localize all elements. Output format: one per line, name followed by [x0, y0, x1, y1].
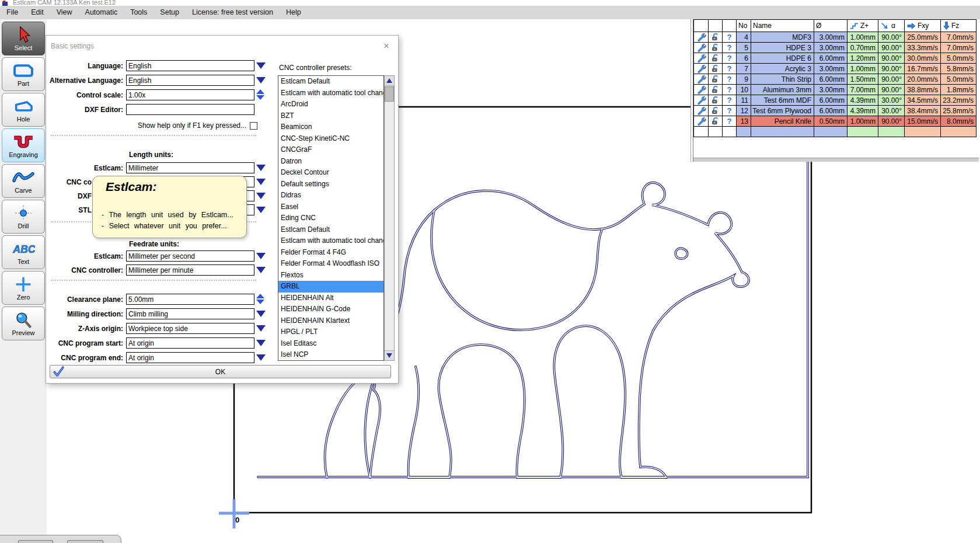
preset-item[interactable]: Default settings: [278, 179, 383, 190]
field-input[interactable]: Workpiece top side: [126, 323, 254, 334]
preset-item[interactable]: HPGL / PLT: [278, 326, 383, 338]
tool-help-cell[interactable]: [723, 53, 737, 64]
tool-feed-z[interactable]: 7.0mm/s: [941, 32, 976, 43]
bottom-panel-button[interactable]: [67, 540, 103, 543]
toolbar-button[interactable]: Preview: [2, 307, 45, 340]
tool-edit-cell[interactable]: [693, 32, 709, 43]
tool-lock-cell[interactable]: [709, 74, 723, 85]
tool-depth-per-pass[interactable]: 1.20mm: [848, 53, 878, 64]
tool-feed-xy[interactable]: 34.5mm/s: [905, 95, 941, 106]
tool-depth-per-pass[interactable]: 7.00mm: [848, 85, 878, 95]
tool-feed-xy[interactable]: 20.0mm/s: [905, 74, 941, 85]
preset-item[interactable]: HEIDENHAIN Klartext: [278, 315, 383, 327]
presets-scrollbar[interactable]: [384, 75, 395, 361]
dropdown-arrow-icon[interactable]: [256, 340, 266, 346]
dropdown-arrow-icon[interactable]: [256, 179, 266, 185]
preset-item[interactable]: Flextos: [278, 270, 383, 281]
tool-feed-xy[interactable]: 33.3mm/s: [905, 43, 941, 53]
field-input[interactable]: At origin: [126, 352, 254, 363]
tool-edit-cell[interactable]: [693, 64, 709, 74]
preset-item[interactable]: HEIDENHAIN G-Code: [278, 304, 383, 315]
toolbar-button[interactable]: Part: [2, 57, 45, 91]
toolbar-button[interactable]: Drill: [2, 200, 45, 234]
field-input[interactable]: Millimeter per second: [126, 250, 254, 262]
tool-feed-z[interactable]: 25.8mm/s: [941, 106, 976, 116]
preset-item[interactable]: ArcDroid: [278, 99, 383, 110]
tool-feed-xy[interactable]: 16.7mm/s: [905, 64, 941, 74]
field-input[interactable]: English: [126, 60, 254, 71]
tool-diameter[interactable]: 6.00mm: [814, 53, 848, 64]
tool-name[interactable]: Acrylic 3: [751, 64, 814, 74]
tool-plunge-angle[interactable]: 90.00°: [878, 43, 905, 53]
tool-diameter[interactable]: 6.00mm: [814, 106, 848, 116]
dropdown-arrow-icon[interactable]: [256, 89, 264, 100]
tool-lock-cell[interactable]: [709, 53, 723, 64]
tool-lock-cell[interactable]: [709, 95, 723, 106]
toolbar-button[interactable]: Hole: [2, 93, 45, 127]
preset-item[interactable]: Estlcam Default: [278, 224, 383, 236]
dropdown-arrow-icon[interactable]: [256, 207, 266, 213]
tool-help-cell[interactable]: [723, 106, 737, 116]
tool-feed-xy[interactable]: 25.0mm/s: [905, 32, 941, 43]
dropdown-arrow-icon[interactable]: [256, 77, 266, 83]
tool-lock-cell[interactable]: [709, 32, 723, 43]
menu-item[interactable]: Automatic: [79, 6, 124, 19]
tool-plunge-angle[interactable]: 90.00°: [878, 116, 905, 127]
preset-item[interactable]: Isel Editasc: [278, 338, 383, 350]
tool-lock-cell[interactable]: [709, 85, 723, 95]
tool-plunge-angle[interactable]: [878, 127, 905, 137]
tool-edit-cell[interactable]: [693, 43, 709, 53]
tool-lock-cell[interactable]: [709, 127, 723, 137]
tool-depth-per-pass[interactable]: 1.00mm: [848, 116, 878, 127]
tool-edit-cell[interactable]: [693, 95, 709, 106]
tool-diameter[interactable]: 3.00mm: [814, 43, 848, 53]
field-input[interactable]: At origin: [126, 337, 254, 349]
tool-diameter[interactable]: 3.00mm: [814, 64, 848, 74]
field-input[interactable]: [126, 104, 254, 115]
tool-feed-z[interactable]: 5.8mm/s: [941, 64, 976, 74]
dropdown-arrow-icon[interactable]: [256, 253, 266, 259]
cnc-presets-list[interactable]: Estlcam Default Estlcam with automatic t…: [278, 75, 384, 361]
tool-feed-xy[interactable]: [905, 127, 941, 137]
tool-name[interactable]: Test 6mm MDF: [751, 95, 814, 106]
tool-edit-cell[interactable]: [693, 53, 709, 64]
help-checkbox[interactable]: [250, 122, 257, 130]
tool-lock-cell[interactable]: [709, 43, 723, 53]
tool-feed-xy[interactable]: 38.4mm/s: [905, 106, 941, 116]
tool-depth-per-pass[interactable]: 0.70mm: [848, 43, 878, 53]
tool-depth-per-pass[interactable]: 4.39mm: [848, 106, 878, 116]
menu-item[interactable]: Tools: [124, 6, 154, 19]
tool-depth-per-pass[interactable]: 4.39mm: [848, 95, 878, 106]
tool-name[interactable]: Test 6mm Plywood: [751, 106, 814, 116]
tool-help-cell[interactable]: [723, 32, 737, 43]
dropdown-arrow-icon[interactable]: [256, 294, 264, 304]
tool-name[interactable]: HDPE 6: [751, 53, 814, 64]
field-input[interactable]: Millimeter: [126, 162, 254, 173]
menu-item[interactable]: License: free test version: [186, 6, 280, 19]
menu-item[interactable]: File: [0, 6, 25, 19]
dropdown-arrow-icon[interactable]: [256, 165, 266, 171]
dropdown-arrow-icon[interactable]: [256, 354, 266, 361]
field-input[interactable]: English: [126, 75, 254, 86]
tool-help-cell[interactable]: [723, 116, 737, 127]
menu-item[interactable]: Setup: [154, 6, 186, 19]
tool-feed-z[interactable]: [941, 127, 976, 137]
tool-plunge-angle[interactable]: 90.00°: [878, 64, 905, 74]
tool-feed-xy[interactable]: 15.0mm/s: [905, 116, 941, 127]
tool-help-cell[interactable]: [723, 43, 737, 53]
tool-plunge-angle[interactable]: 90.00°: [878, 74, 905, 85]
dropdown-arrow-icon[interactable]: [256, 325, 266, 332]
menu-item[interactable]: Help: [280, 6, 308, 19]
preset-item[interactable]: Beamicon: [278, 121, 383, 133]
toolbar-button[interactable]: Carve: [2, 164, 45, 198]
scrollbar-thumb[interactable]: [385, 86, 394, 102]
tool-name[interactable]: Thin Strip: [751, 74, 814, 85]
tool-edit-cell[interactable]: [693, 85, 709, 95]
tool-help-cell[interactable]: [723, 95, 737, 106]
tool-lock-cell[interactable]: [709, 116, 723, 127]
preset-item[interactable]: Isel NCP: [278, 349, 383, 361]
tool-name[interactable]: Pencil Knife: [751, 116, 814, 127]
tool-plunge-angle[interactable]: 30.00°: [878, 106, 905, 116]
tool-lock-cell[interactable]: [709, 64, 723, 74]
preset-item[interactable]: Eding CNC: [278, 213, 383, 224]
